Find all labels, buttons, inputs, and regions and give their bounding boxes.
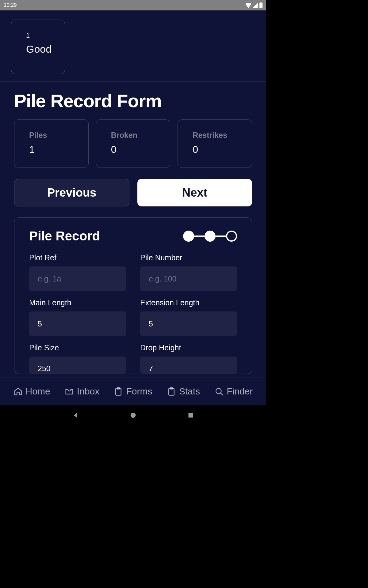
step-dot-2: [205, 231, 216, 242]
pile-size-input[interactable]: [29, 356, 126, 374]
page-title: Pile Record Form: [14, 90, 252, 111]
svg-rect-0: [259, 3, 263, 8]
field-label: Main Length: [29, 298, 126, 307]
search-icon: [214, 387, 224, 396]
field-label: Pile Size: [29, 343, 126, 352]
stat-value: 0: [111, 144, 170, 155]
field-pile-number: Pile Number: [140, 253, 237, 291]
step-dot-3: [226, 231, 237, 242]
wifi-icon: [245, 3, 251, 8]
stat-value: 0: [193, 144, 252, 155]
extension-length-input[interactable]: [140, 311, 237, 336]
inbox-icon: [65, 387, 74, 396]
next-button[interactable]: Next: [137, 179, 252, 206]
stat-card-broken: Broken 0: [96, 119, 171, 168]
svg-point-8: [131, 413, 136, 418]
bottom-nav: Home Inbox Forms Stats Finder: [0, 378, 266, 405]
field-plot-ref: Plot Ref: [29, 253, 126, 291]
stat-label: Piles: [29, 131, 88, 140]
drop-height-input[interactable]: [140, 356, 237, 374]
chip-number: 1: [26, 32, 65, 40]
field-label: Drop Height: [140, 343, 237, 352]
main-length-input[interactable]: [29, 311, 126, 336]
recents-key[interactable]: [186, 411, 195, 420]
progress-stepper: [183, 231, 237, 242]
step-connector: [194, 236, 205, 237]
field-label: Pile Number: [140, 253, 237, 262]
record-header: Pile Record: [29, 229, 237, 243]
nav-inbox-label: Inbox: [77, 386, 99, 397]
status-chip-good[interactable]: 1 Good: [11, 20, 65, 74]
plot-ref-input[interactable]: [29, 266, 126, 291]
nav-button-row: Previous Next: [14, 179, 252, 206]
pile-record-card: Pile Record Plot Ref Pile Number: [14, 217, 252, 374]
stat-card-restrikes: Restrikes 0: [178, 119, 252, 168]
nav-home[interactable]: Home: [13, 386, 50, 397]
fields-row-2: Main Length Extension Length: [29, 298, 237, 336]
clipboard-icon: [167, 387, 176, 396]
stat-value: 1: [29, 144, 88, 155]
status-time: 10:29: [4, 2, 17, 8]
home-key[interactable]: [129, 411, 137, 420]
nav-inbox[interactable]: Inbox: [65, 386, 99, 397]
nav-stats-label: Stats: [179, 386, 200, 397]
svg-rect-1: [260, 2, 262, 3]
nav-forms[interactable]: Forms: [114, 386, 152, 397]
nav-home-label: Home: [26, 386, 50, 397]
fields-row-3: Pile Size Drop Height: [29, 343, 237, 374]
nav-forms-label: Forms: [126, 386, 152, 397]
stat-label: Restrikes: [193, 131, 252, 140]
record-title: Pile Record: [29, 229, 100, 243]
svg-rect-9: [189, 413, 193, 418]
cell-signal-icon: [253, 3, 258, 8]
nav-finder[interactable]: Finder: [214, 386, 253, 397]
field-label: Extension Length: [140, 298, 237, 307]
field-drop-height: Drop Height: [140, 343, 237, 374]
app-body: 1 Good Pile Record Form Piles 1 Broken 0…: [0, 10, 266, 405]
previous-button-label: Previous: [47, 186, 97, 199]
nav-stats[interactable]: Stats: [167, 386, 200, 397]
battery-icon: [259, 2, 263, 8]
back-key[interactable]: [71, 411, 80, 420]
android-soft-keys: [0, 405, 266, 425]
stat-label: Broken: [111, 131, 170, 140]
field-pile-size: Pile Size: [29, 343, 126, 374]
field-label: Plot Ref: [29, 253, 126, 262]
status-icons: [245, 2, 263, 8]
home-icon: [13, 387, 23, 396]
nav-finder-label: Finder: [227, 386, 253, 397]
next-button-label: Next: [182, 186, 207, 199]
stat-card-piles: Piles 1: [14, 119, 89, 168]
stats-row: Piles 1 Broken 0 Restrikes 0: [14, 119, 252, 168]
field-main-length: Main Length: [29, 298, 126, 336]
clipboard-icon: [114, 387, 123, 396]
chip-status-label: Good: [26, 43, 65, 55]
pile-number-input[interactable]: [140, 266, 237, 291]
fields-row-1: Plot Ref Pile Number: [29, 253, 237, 291]
main-content: Pile Record Form Piles 1 Broken 0 Restri…: [0, 82, 266, 378]
field-extension-length: Extension Length: [140, 298, 237, 336]
svg-point-6: [216, 388, 221, 394]
step-connector: [216, 236, 226, 237]
android-status-bar: 10:29: [0, 0, 266, 10]
svg-line-7: [220, 393, 223, 395]
previous-button[interactable]: Previous: [14, 179, 129, 206]
step-dot-1: [183, 231, 194, 242]
status-chip-area: 1 Good: [0, 10, 266, 82]
